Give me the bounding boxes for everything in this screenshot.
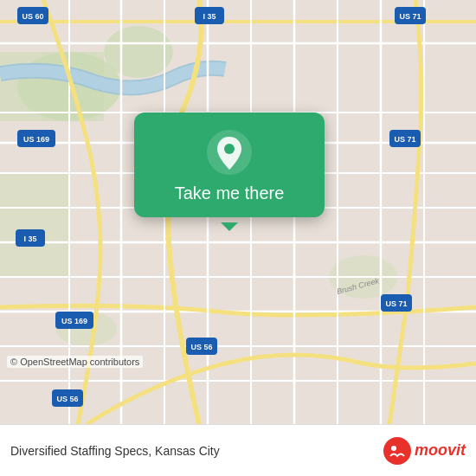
- moovit-logo[interactable]: moovit: [383, 437, 466, 465]
- svg-text:US 169: US 169: [23, 135, 49, 144]
- location-text: Diversified Staffing Specs, Kansas City: [10, 444, 220, 458]
- svg-text:I 35: I 35: [203, 12, 215, 21]
- svg-point-50: [224, 144, 235, 154]
- svg-text:I 35: I 35: [23, 235, 36, 243]
- moovit-label: moovit: [415, 441, 466, 460]
- svg-text:US 56: US 56: [190, 343, 212, 351]
- svg-rect-5: [0, 173, 69, 277]
- take-me-there-card[interactable]: Take me there: [134, 113, 325, 217]
- svg-text:US 56: US 56: [56, 395, 78, 403]
- svg-text:US 71: US 71: [385, 299, 407, 308]
- svg-text:US 60: US 60: [22, 12, 43, 21]
- svg-point-52: [391, 446, 396, 451]
- map-container: US 60 I 35 US 71 US 169 US 71 I 35 US 16…: [0, 0, 476, 424]
- svg-point-51: [383, 437, 411, 465]
- location-pin-icon: [207, 130, 252, 175]
- map-attribution: © OpenStreetMap contributors: [7, 356, 143, 368]
- moovit-icon: [383, 437, 411, 465]
- svg-text:US 169: US 169: [61, 317, 87, 325]
- take-me-there-button[interactable]: Take me there: [175, 183, 285, 203]
- svg-text:US 71: US 71: [399, 12, 421, 21]
- bottom-bar: Diversified Staffing Specs, Kansas City …: [0, 424, 476, 476]
- svg-text:US 71: US 71: [394, 135, 415, 144]
- svg-point-2: [104, 26, 173, 78]
